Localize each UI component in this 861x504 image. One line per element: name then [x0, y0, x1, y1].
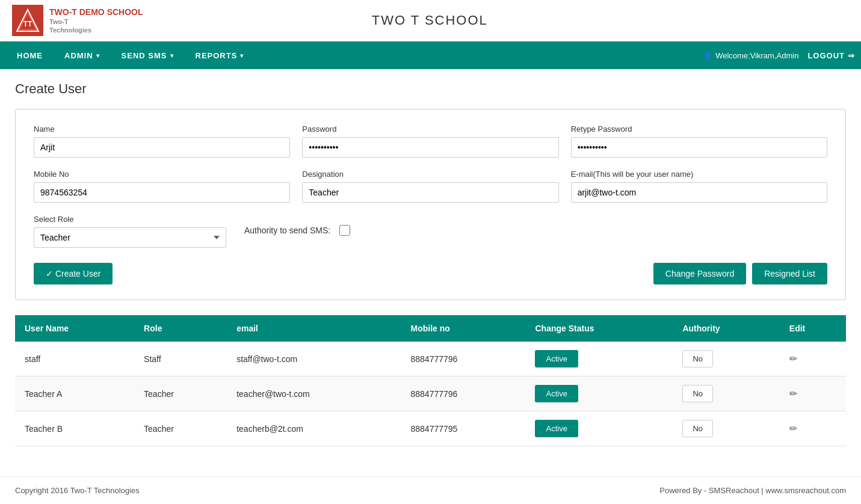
status-active-button[interactable]: Active — [535, 350, 578, 367]
form-actions: ✓ Create User Change Password Resigned L… — [34, 263, 827, 284]
cell-mobile: 8884777795 — [401, 411, 526, 446]
cell-mobile: 8884777796 — [401, 342, 526, 376]
logo-text: TWO-T DEMO SCHOOL Two-TTechnologies — [49, 7, 143, 35]
cell-username: staff — [15, 342, 134, 376]
logo-area: TT TWO-T DEMO SCHOOL Two-TTechnologies — [12, 5, 143, 36]
status-active-button[interactable]: Active — [535, 385, 578, 402]
admin-chevron-icon: ▾ — [96, 52, 100, 59]
mobile-input[interactable] — [34, 182, 290, 203]
cell-username: Teacher B — [15, 411, 134, 446]
logo-box: TT — [12, 5, 43, 36]
reports-chevron-icon: ▾ — [240, 52, 244, 59]
logout-label: LOGOUT — [807, 51, 845, 60]
authority-no-button[interactable]: No — [682, 385, 713, 402]
footer: Copyright 2016 Two-T Technologies Powere… — [0, 476, 861, 504]
cell-status: Active — [525, 411, 673, 446]
col-status: Change Status — [525, 315, 673, 342]
logo-title: TWO-T DEMO SCHOOL — [49, 7, 143, 17]
retype-password-label: Retype Password — [571, 124, 827, 134]
navbar: HOME ADMIN ▾ SEND SMS ▾ REPORTS ▾ 👤 Welc… — [0, 41, 861, 69]
authority-no-button[interactable]: No — [682, 350, 713, 367]
change-password-button[interactable]: Change Password — [653, 263, 746, 284]
form-row-3: Select Role Teacher Staff Admin Authorit… — [34, 215, 827, 248]
table-body: staff Staff staff@two-t.com 8884777796 A… — [15, 342, 846, 446]
mobile-label: Mobile No — [34, 170, 290, 179]
status-active-button[interactable]: Active — [535, 420, 578, 437]
page-content: Create User Name Password Retype Passwor… — [0, 69, 861, 458]
edit-icon[interactable]: ✏ — [789, 423, 797, 434]
cell-authority: No — [673, 411, 779, 446]
resigned-list-button[interactable]: Resigned List — [752, 263, 827, 284]
cell-edit: ✏ — [780, 411, 846, 446]
top-header: TT TWO-T DEMO SCHOOL Two-TTechnologies T… — [0, 0, 861, 41]
user-icon: 👤 — [703, 51, 712, 60]
email-input[interactable] — [571, 182, 827, 203]
col-role: Role — [134, 315, 227, 342]
email-label: E-mail(This will be your user name) — [571, 170, 827, 179]
cell-role: Teacher — [134, 411, 227, 446]
sms-authority-label: Authority to send SMS: — [244, 226, 330, 235]
password-input[interactable] — [302, 137, 558, 158]
welcome-text-area: 👤 Welcome:Vikram,Admin — [703, 51, 798, 60]
edit-icon[interactable]: ✏ — [789, 354, 797, 364]
cell-username: Teacher A — [15, 376, 134, 411]
table-row: Teacher A Teacher teacher@two-t.com 8884… — [15, 376, 846, 411]
role-select[interactable]: Teacher Staff Admin — [34, 227, 226, 248]
nav-right: 👤 Welcome:Vikram,Admin LOGOUT ⇒ — [703, 51, 855, 60]
cell-role: Staff — [134, 342, 227, 376]
user-table: User Name Role email Mobile no Change St… — [15, 315, 846, 446]
form-row-1: Name Password Retype Password — [34, 124, 827, 158]
footer-left: Copyright 2016 Two-T Technologies — [15, 486, 140, 495]
role-group: Select Role Teacher Staff Admin — [34, 215, 226, 248]
cell-mobile: 8884777796 — [401, 376, 526, 411]
col-mobile: Mobile no — [401, 315, 526, 342]
col-authority: Authority — [673, 315, 779, 342]
edit-icon[interactable]: ✏ — [789, 389, 797, 399]
retype-password-input[interactable] — [571, 137, 827, 158]
table-row: staff Staff staff@two-t.com 8884777796 A… — [15, 342, 846, 376]
logout-button[interactable]: LOGOUT ⇒ — [807, 51, 855, 60]
cell-authority: No — [673, 376, 779, 411]
designation-input[interactable] — [302, 182, 558, 203]
form-row-2: Mobile No Designation E-mail(This will b… — [34, 170, 827, 203]
sms-authority-row: Authority to send SMS: — [244, 225, 350, 236]
select-role-label: Select Role — [34, 215, 226, 224]
authority-no-button[interactable]: No — [682, 420, 713, 437]
svg-text:TT: TT — [23, 20, 32, 28]
page-title: Create User — [15, 81, 846, 97]
col-edit: Edit — [780, 315, 846, 342]
site-title: TWO T SCHOOL — [143, 13, 717, 28]
cell-status: Active — [525, 376, 673, 411]
table-row: Teacher B Teacher teacherb@2t.com 888477… — [15, 411, 846, 446]
designation-group: Designation — [302, 170, 558, 203]
cell-email: staff@two-t.com — [227, 342, 401, 376]
footer-right: Powered By - SMSReachout | www.smsreacho… — [659, 486, 846, 495]
cell-status: Active — [525, 342, 673, 376]
name-label: Name — [34, 124, 290, 134]
send-sms-chevron-icon: ▾ — [170, 52, 174, 59]
col-email: email — [227, 315, 401, 342]
cell-edit: ✏ — [780, 376, 846, 411]
nav-home[interactable]: HOME — [6, 44, 54, 67]
sms-authority-checkbox[interactable] — [339, 225, 350, 236]
nav-left: HOME ADMIN ▾ SEND SMS ▾ REPORTS ▾ — [6, 44, 703, 67]
cell-email: teacherb@2t.com — [227, 411, 401, 446]
password-group: Password — [302, 124, 558, 158]
mobile-group: Mobile No — [34, 170, 290, 203]
name-group: Name — [34, 124, 290, 158]
create-user-button[interactable]: ✓ Create User — [34, 263, 113, 284]
create-user-form: Name Password Retype Password Mobile No … — [15, 109, 846, 300]
table-header: User Name Role email Mobile no Change St… — [15, 315, 846, 342]
name-input[interactable] — [34, 137, 290, 158]
cell-email: teacher@two-t.com — [227, 376, 401, 411]
designation-label: Designation — [302, 170, 558, 179]
cell-edit: ✏ — [780, 342, 846, 376]
nav-reports[interactable]: REPORTS ▾ — [185, 44, 255, 67]
nav-admin[interactable]: ADMIN ▾ — [54, 44, 111, 67]
retype-password-group: Retype Password — [571, 124, 827, 158]
col-username: User Name — [15, 315, 134, 342]
email-group: E-mail(This will be your user name) — [571, 170, 827, 203]
welcome-label: Welcome:Vikram,Admin — [715, 51, 798, 60]
nav-send-sms[interactable]: SEND SMS ▾ — [111, 44, 185, 67]
password-label: Password — [302, 124, 558, 134]
